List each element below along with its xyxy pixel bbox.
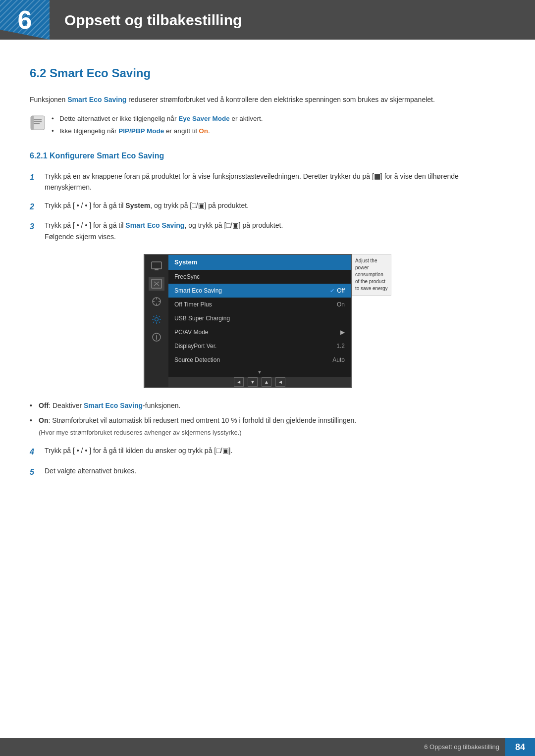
svg-rect-7 <box>152 262 161 269</box>
nav-btn-enter: ◄ <box>275 377 285 387</box>
note-item-2: Ikke tilgjengelig når PIP/PBP Mode er an… <box>52 126 263 136</box>
note-list: Dette alternativet er ikke tilgjengelig … <box>52 114 263 138</box>
intro-paragraph: Funksjonen Smart Eco Saving reduserer st… <box>30 94 505 105</box>
intro-highlight: Smart Eco Saving <box>67 96 126 103</box>
steps-list: 1 Trykk på en av knappene foran på produ… <box>30 171 505 242</box>
menu-icon-monitor <box>149 259 164 273</box>
monitor-menu-screenshot: i System FreeSync Smart Eco Saving ✔ Off <box>30 254 505 388</box>
final-steps-list: 4 Trykk på [ • / • ] for å gå til kilden… <box>30 445 505 478</box>
menu-bottom-bar: ◄ ▼ ▲ ◄ <box>168 377 351 387</box>
menu-icon-info: i <box>149 330 164 344</box>
result-on: On: Strømforbruket vil automatisk bli re… <box>30 415 505 438</box>
menu-item-off-timer: Off Timer Plus On <box>168 298 351 311</box>
result-off: Off: Deaktiver Smart Eco Saving-funksjon… <box>30 400 505 411</box>
result-bullets: Off: Deaktiver Smart Eco Saving-funksjon… <box>30 400 505 439</box>
nav-btn-up: ▲ <box>262 377 271 387</box>
step-3: 3 Trykk på [ • / • ] for å gå til Smart … <box>30 220 505 242</box>
menu-main-panel: System FreeSync Smart Eco Saving ✔ Off O… <box>168 255 351 387</box>
menu-item-source: Source Detection Auto <box>168 353 351 367</box>
subsection-heading: 6.2.1 Konfigurere Smart Eco Saving <box>30 150 505 162</box>
menu-icon-active <box>149 277 164 291</box>
step-5: 5 Det valgte alternativet brukes. <box>30 465 505 479</box>
step-1: 1 Trykk på en av knappene foran på produ… <box>30 171 505 193</box>
menu-item-usb: USB Super Charging <box>168 311 351 325</box>
chapter-header: 6 Oppsett og tilbakestilling <box>0 0 535 40</box>
menu-item-displayport: DisplayPort Ver. 1.2 <box>168 339 351 353</box>
menu-sidebar: i <box>145 255 168 387</box>
svg-point-17 <box>155 318 159 321</box>
menu-header: System <box>168 255 351 270</box>
menu-icon-gear <box>149 312 164 326</box>
step-2: 2 Trykk på [ • / • ] for å gå til System… <box>30 200 505 213</box>
nav-btn-down: ▼ <box>248 377 258 387</box>
chapter-number: 6 <box>18 0 32 39</box>
page-footer: 6 Oppsett og tilbakestilling 84 <box>0 738 535 756</box>
footer-chapter-text: 6 Oppsett og tilbakestilling <box>424 738 505 756</box>
note-item-1: Dette alternativet er ikke tilgjengelig … <box>52 114 263 124</box>
chapter-number-box: 6 <box>0 0 50 40</box>
step-4: 4 Trykk på [ • / • ] for å gå til kilden… <box>30 445 505 458</box>
on-subnote: (Hvor mye strømforbruket reduseres avhen… <box>39 428 505 438</box>
nav-btn-left: ◄ <box>234 377 244 387</box>
menu-item-pcav: PC/AV Mode ▶ <box>168 325 351 339</box>
menu-item-freesync: FreeSync <box>168 270 351 284</box>
section-heading: 6.2 Smart Eco Saving <box>30 64 505 82</box>
menu-item-smart-eco: Smart Eco Saving ✔ Off <box>168 284 351 298</box>
main-content: 6.2 Smart Eco Saving Funksjonen Smart Ec… <box>0 40 535 527</box>
svg-rect-8 <box>155 269 159 270</box>
menu-icon-crosshair <box>149 295 164 308</box>
chapter-title: Oppsett og tilbakestilling <box>50 0 242 40</box>
footer-page-number: 84 <box>505 738 535 756</box>
svg-text:i: i <box>156 334 157 341</box>
monitor-menu: i System FreeSync Smart Eco Saving ✔ Off <box>144 254 352 388</box>
svg-rect-6 <box>31 116 34 130</box>
note-box: Dette alternativet er ikke tilgjengelig … <box>30 114 505 138</box>
menu-scroll-indicator: ▼ <box>168 367 351 377</box>
menu-tooltip: Adjust the power consumption of the prod… <box>352 254 391 296</box>
note-icon <box>30 115 46 131</box>
